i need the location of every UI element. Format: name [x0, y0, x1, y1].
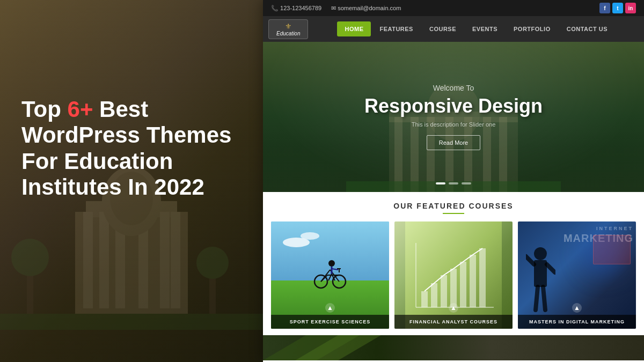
svg-line-52 [547, 264, 555, 272]
svg-point-49 [534, 247, 547, 260]
svg-point-34 [328, 260, 335, 267]
svg-rect-7 [171, 212, 180, 308]
navbar: ⚜ Education HOME FEATURES COURSE EVENTS … [263, 16, 644, 42]
nav-contact[interactable]: CONTACT US [559, 21, 615, 36]
course-card-digital[interactable]: INTERNET MARKETING [518, 221, 636, 329]
hero-subtitle: Welcome To [364, 84, 543, 92]
topbar: 📞 123-123456789 ✉ somemail@domain.com f … [263, 0, 644, 16]
digital-expand-icon: ▲ [572, 303, 582, 313]
screen-element [593, 235, 631, 264]
hero-content: Welcome To Responsive Design This is des… [343, 84, 564, 150]
nav-portfolio[interactable]: PORTFOLIO [506, 21, 558, 36]
sport-course-label: SPORT EXERCISE SCIENCES [275, 319, 385, 324]
nav-home[interactable]: HOME [337, 21, 371, 36]
section-header: OUR FEATURED COURSES [271, 202, 636, 214]
svg-rect-43 [431, 283, 437, 307]
hero-title: Responsive Design [364, 95, 543, 117]
courses-section: OUR FEATURED COURSES [263, 192, 644, 335]
svg-rect-48 [479, 248, 486, 307]
cloud-2 [301, 232, 319, 240]
svg-point-11 [11, 239, 49, 276]
svg-rect-47 [470, 255, 476, 307]
hero-read-more-button[interactable]: Read More [427, 135, 480, 150]
dot-1[interactable] [436, 182, 445, 184]
digital-label-bar: ▲ MASTERS IN DIGITAL MARKETING [518, 315, 636, 329]
presenter-silhouette-svg [526, 246, 555, 315]
svg-rect-2 [83, 212, 93, 308]
digital-card-bg: INTERNET MARKETING [518, 221, 636, 329]
instagram-link[interactable]: in [625, 3, 636, 13]
topbar-contact: 📞 123-123456789 ✉ somemail@domain.com [271, 5, 401, 12]
facebook-link[interactable]: f [599, 3, 610, 13]
right-panel: 📞 123-123456789 ✉ somemail@domain.com f … [263, 0, 644, 362]
financial-course-label: FINANCIAL ANALYST COURSES [399, 319, 508, 324]
sport-card-bg [271, 221, 389, 329]
blog-title: Top 6+ Best WordPress Themes For Educati… [21, 97, 252, 200]
left-panel: Top 6+ Best WordPress Themes For Educati… [0, 0, 263, 362]
section-underline [443, 213, 464, 214]
nav-course[interactable]: COURSE [422, 21, 464, 36]
svg-line-54 [543, 287, 545, 310]
sport-label-bar: ▲ SPORT EXERCISE SCIENCES [271, 315, 389, 329]
hero-description: This is description for Slider one [364, 121, 543, 128]
cyclist-icon [311, 254, 349, 291]
course-card-financial[interactable]: ▲ FINANCIAL ANALYST COURSES [394, 221, 513, 329]
bottom-strip [263, 335, 644, 360]
phone-icon: 📞 [271, 5, 280, 11]
dot-2[interactable] [449, 182, 458, 184]
svg-point-13 [196, 247, 229, 279]
svg-rect-6 [160, 212, 170, 308]
hero-section: Welcome To Responsive Design This is des… [263, 42, 644, 192]
digital-course-label: MASTERS IN DIGITAL MARKETING [522, 319, 632, 324]
financial-card-bg [394, 221, 513, 329]
blog-text-container: Top 6+ Best WordPress Themes For Educati… [21, 97, 252, 200]
logo[interactable]: ⚜ Education [268, 19, 308, 39]
title-prefix: Top [21, 97, 68, 122]
section-title: OUR FEATURED COURSES [271, 202, 636, 210]
course-card-sport[interactable]: ▲ SPORT EXERCISE SCIENCES [271, 221, 389, 329]
svg-rect-46 [460, 262, 466, 307]
svg-rect-45 [450, 269, 457, 307]
svg-rect-14 [0, 314, 263, 330]
logo-emblem: ⚜ [285, 22, 292, 31]
bottom-strip-svg [263, 335, 644, 360]
svg-rect-42 [421, 291, 428, 307]
nav-features[interactable]: FEATURES [372, 21, 420, 36]
svg-line-51 [526, 256, 534, 264]
financial-expand-icon: ▲ [449, 303, 458, 313]
nav-menu: HOME FEATURES COURSE EVENTS PORTFOLIO CO… [313, 21, 639, 36]
email-icon: ✉ [331, 5, 338, 11]
logo-text: Education [276, 31, 300, 36]
courses-grid: ▲ SPORT EXERCISE SCIENCES [271, 221, 636, 329]
nav-events[interactable]: EVENTS [465, 21, 505, 36]
sport-expand-icon: ▲ [325, 303, 335, 313]
twitter-link[interactable]: t [612, 3, 623, 13]
email-address: ✉ somemail@domain.com [331, 5, 401, 12]
title-highlight: 6+ [68, 97, 93, 122]
phone-number: 📞 123-123456789 [271, 5, 321, 12]
hero-slider-dots [436, 182, 471, 184]
financial-chart [394, 221, 513, 329]
svg-line-53 [536, 287, 538, 310]
social-links[interactable]: f t in [599, 3, 636, 13]
svg-rect-44 [441, 275, 447, 307]
financial-label-bar: ▲ FINANCIAL ANALYST COURSES [394, 315, 513, 329]
svg-rect-3 [99, 212, 109, 308]
dot-3[interactable] [462, 182, 471, 184]
